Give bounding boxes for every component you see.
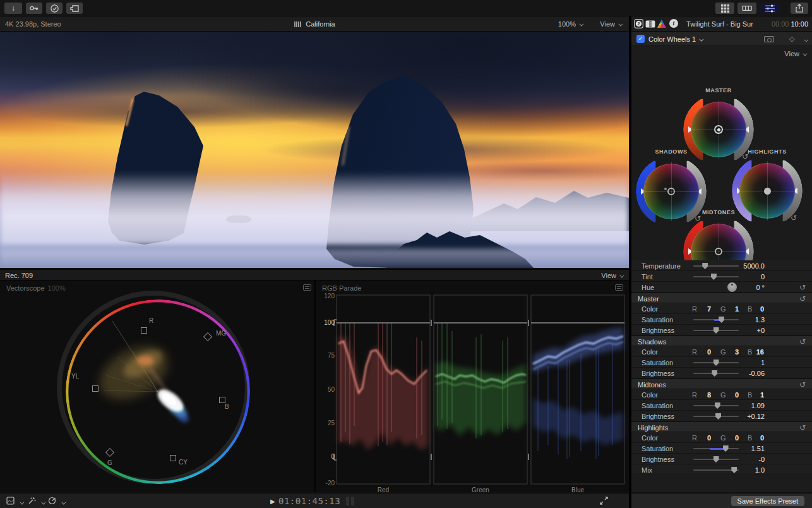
- keywords-button[interactable]: [26, 3, 42, 14]
- video-scopes: Vectorscope100%: [0, 281, 629, 492]
- fcpx-color-workspace: ↓ 4K 23.98p, Stereo California 100% View: [0, 0, 812, 508]
- tint-value[interactable]: 0: [727, 273, 765, 281]
- color-wheels-panel: MASTER ↺ SHADOWS: [631, 61, 812, 260]
- r-label: R: [692, 391, 697, 399]
- chevron-down-icon: [20, 500, 24, 505]
- highlights-brightness-row: Brightness -0: [631, 454, 812, 464]
- share-button[interactable]: [791, 3, 808, 14]
- effect-enabled-checkbox[interactable]: ✓: [636, 35, 645, 43]
- highlights-saturation-value[interactable]: 1.51: [727, 445, 765, 452]
- master-saturation-value[interactable]: 1.3: [727, 316, 765, 324]
- vectorscope-target-r: R: [149, 317, 153, 324]
- import-button[interactable]: ↓: [4, 3, 22, 14]
- foreground-fog: [0, 249, 629, 268]
- enhance-menu[interactable]: [28, 497, 44, 506]
- master-section-header[interactable]: Master ↺: [631, 293, 812, 303]
- g-value[interactable]: 0: [725, 391, 739, 399]
- shadows-reset-button[interactable]: ↺: [799, 337, 806, 346]
- tint-label: Tint: [642, 273, 653, 281]
- effect-name-menu[interactable]: Color Wheels 1: [648, 35, 702, 43]
- tab-video[interactable]: [645, 20, 655, 29]
- master-reset-button[interactable]: ↺: [799, 294, 806, 303]
- r-value[interactable]: 8: [697, 391, 711, 399]
- inspector-toggle-button-active[interactable]: [760, 3, 780, 14]
- expand-viewer-button[interactable]: [600, 497, 608, 506]
- parade-tick-25: 25: [318, 420, 335, 426]
- mix-value[interactable]: 1.0: [727, 466, 765, 474]
- tint-row: Tint 0: [631, 271, 812, 282]
- inspector-titlebar: 2 i Twilight Surf - Big Sur 00:0010:00: [631, 16, 812, 32]
- tab-effects-badge[interactable]: 2: [634, 19, 643, 30]
- timecode-field[interactable]: 01:01:45:13: [278, 496, 340, 506]
- slider-thumb[interactable]: [713, 327, 719, 334]
- effect-collapse-control[interactable]: [801, 36, 807, 44]
- browser-grid-view-button[interactable]: [715, 3, 734, 14]
- highlights-section-header[interactable]: Highlights ↺: [631, 421, 812, 432]
- slider-thumb[interactable]: [702, 263, 708, 269]
- g-value[interactable]: 3: [725, 348, 739, 356]
- midtones-wheel-puck[interactable]: [715, 248, 722, 255]
- transport-bar: ▶ 01:01:45:13: [0, 493, 629, 508]
- highlights-brightness-value[interactable]: -0: [727, 456, 765, 463]
- play-button[interactable]: ▶: [270, 498, 275, 505]
- master-wheel-puck[interactable]: [714, 125, 723, 134]
- inspector-sliders-icon: [765, 4, 775, 13]
- audio-meters[interactable]: [346, 497, 354, 505]
- midtones-section-header[interactable]: Midtones ↺: [631, 378, 812, 389]
- browser-list-view-button[interactable]: [737, 3, 756, 14]
- r-value[interactable]: 0: [697, 348, 711, 356]
- shadows-wheel-puck[interactable]: [667, 188, 675, 195]
- import-arrow-icon: ↓: [11, 4, 15, 13]
- b-value[interactable]: 0: [750, 305, 764, 313]
- highlights-wheel-puck[interactable]: [764, 188, 771, 195]
- hue-reset-button[interactable]: ↺: [799, 283, 806, 292]
- retime-menu[interactable]: [48, 497, 64, 506]
- check-circle-icon: [51, 4, 59, 13]
- slider-thumb[interactable]: [715, 402, 720, 409]
- mask-icon[interactable]: [764, 36, 774, 42]
- clip-range-button[interactable]: [66, 3, 83, 14]
- midtones-saturation-value[interactable]: 1.09: [727, 402, 765, 409]
- b-value[interactable]: 1: [750, 391, 764, 399]
- shadows-saturation-value[interactable]: 1: [727, 359, 765, 366]
- slider-thumb[interactable]: [715, 413, 721, 420]
- save-effects-preset-button[interactable]: Save Effects Preset: [731, 496, 804, 506]
- shadows-brightness-value[interactable]: -0.06: [727, 370, 765, 377]
- master-brightness-value[interactable]: +0: [727, 327, 765, 334]
- slider-thumb[interactable]: [712, 370, 717, 377]
- color-space-label: Rec. 709: [5, 272, 33, 279]
- r-value[interactable]: 7: [697, 305, 711, 313]
- keyframe-diamond-icon[interactable]: ◇: [789, 35, 794, 43]
- b-value[interactable]: 0: [750, 434, 764, 442]
- crop-icon: [6, 497, 15, 505]
- crop-tool-menu[interactable]: [6, 497, 23, 506]
- slider-thumb[interactable]: [711, 274, 717, 280]
- scopes-view-menu[interactable]: View: [601, 272, 623, 279]
- r-value[interactable]: 0: [697, 434, 711, 442]
- viewer-canvas[interactable]: [0, 32, 629, 268]
- wheels-view-menu[interactable]: View: [784, 50, 806, 57]
- temperature-value[interactable]: 5000.0: [727, 262, 765, 270]
- midtones-reset-button[interactable]: ↺: [799, 380, 806, 389]
- highlights-wheel-reset-button[interactable]: ↺: [791, 214, 797, 222]
- g-value[interactable]: 1: [725, 305, 739, 313]
- viewer-view-menu[interactable]: View: [600, 20, 621, 28]
- effect-row[interactable]: ✓ Color Wheels 1 ◇: [631, 32, 812, 46]
- slider-thumb[interactable]: [719, 317, 724, 323]
- viewer-zoom-menu[interactable]: 100%: [558, 20, 582, 28]
- color-triangle-icon: [657, 20, 666, 28]
- hue-row: Hue 0 ° ↺: [631, 282, 812, 293]
- favorite-button[interactable]: [46, 3, 63, 14]
- slider-thumb[interactable]: [713, 456, 719, 463]
- hue-value[interactable]: 0 °: [727, 284, 765, 291]
- r-label: R: [692, 305, 697, 313]
- b-value[interactable]: 16: [750, 348, 764, 356]
- g-value[interactable]: 0: [725, 434, 739, 442]
- retime-icon: [48, 497, 56, 505]
- slider-thumb[interactable]: [713, 360, 719, 366]
- audio-meter-right: [351, 497, 354, 505]
- tab-color-active[interactable]: [657, 20, 666, 28]
- highlights-reset-button[interactable]: ↺: [799, 423, 806, 432]
- midtones-brightness-value[interactable]: +0.12: [727, 413, 765, 420]
- shadows-section-header[interactable]: Shadows ↺: [631, 336, 812, 346]
